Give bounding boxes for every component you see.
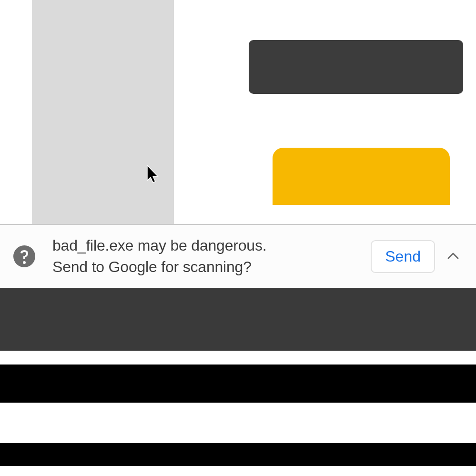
question-mark-icon (13, 245, 35, 267)
sidebar-placeholder (32, 0, 174, 224)
download-warning-bar: bad_file.exe may be dangerous. Send to G… (0, 224, 476, 288)
send-button[interactable]: Send (371, 240, 435, 273)
chevron-up-icon[interactable] (446, 250, 460, 263)
svg-point-1 (23, 261, 26, 264)
download-warning-message: bad_file.exe may be dangerous. Send to G… (52, 235, 361, 278)
footer-black-band-1 (0, 365, 476, 403)
footer-dark-band (0, 288, 476, 351)
dark-content-block (249, 40, 463, 94)
yellow-content-block (273, 148, 450, 205)
page-content-background (0, 0, 476, 225)
footer-black-band-2 (0, 443, 476, 466)
warning-line-1: bad_file.exe may be dangerous. (52, 237, 266, 254)
warning-line-2: Send to Google for scanning? (52, 258, 252, 275)
